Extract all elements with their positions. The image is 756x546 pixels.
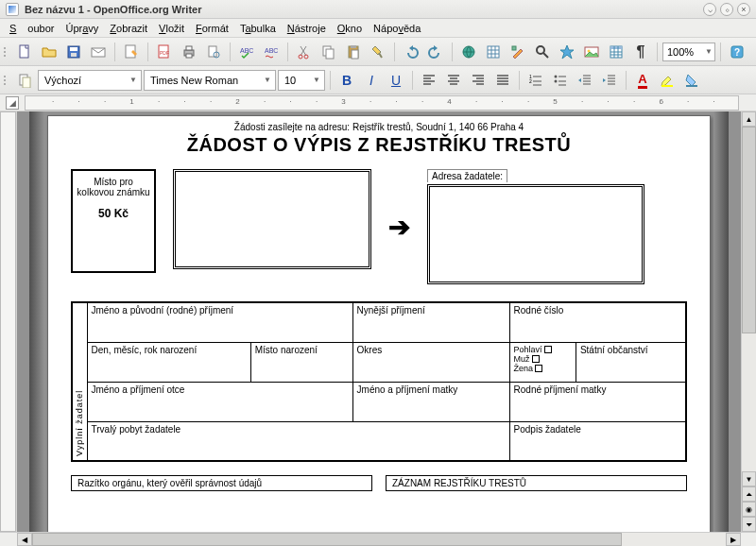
- horizontal-ruler[interactable]: · · · 1 · · · 2 · · · 3 · · · 4 · · · 5 …: [25, 95, 739, 111]
- document-page[interactable]: Žádosti zasílejte na adresu: Rejstřík tr…: [47, 115, 711, 532]
- cut-button[interactable]: [293, 41, 316, 63]
- align-center-button[interactable]: [442, 69, 465, 92]
- menu-okno[interactable]: Okno: [332, 21, 368, 36]
- show-draw-button[interactable]: [507, 41, 529, 63]
- font-size-combo[interactable]: 10 ▼: [278, 70, 325, 91]
- align-right-button[interactable]: [467, 69, 490, 92]
- find-button[interactable]: [531, 41, 554, 63]
- svg-rect-40: [686, 85, 697, 87]
- toolbar-handle[interactable]: [4, 71, 9, 90]
- document-canvas[interactable]: Žádosti zasílejte na adresu: Rejstřík tr…: [17, 111, 741, 532]
- bullet-list-button[interactable]: [549, 69, 572, 92]
- autospellcheck-button[interactable]: ABC: [260, 41, 283, 63]
- font-color-button[interactable]: A: [631, 69, 654, 92]
- stamp-price: 50 Kč: [77, 207, 150, 220]
- undo-button[interactable]: [400, 41, 422, 63]
- cell-birth-number: Rodné číslo: [509, 302, 686, 342]
- maximize-button[interactable]: ⬦: [720, 3, 733, 16]
- copy-button[interactable]: [318, 41, 340, 63]
- svg-text:2: 2: [529, 78, 532, 84]
- spellcheck-button[interactable]: ABC: [235, 41, 258, 63]
- align-left-button[interactable]: [418, 69, 440, 92]
- scroll-left-button[interactable]: ◀: [17, 533, 32, 546]
- font-name-combo[interactable]: Times New Roman ▼: [144, 70, 276, 91]
- preview-button[interactable]: [202, 41, 225, 63]
- doc-send-to: Žádosti zasílejte na adresu: Rejstřík tr…: [71, 122, 687, 132]
- minimize-button[interactable]: ⌵: [703, 3, 716, 16]
- hyperlink-button[interactable]: [457, 41, 480, 63]
- cell-mother-maiden: Rodné příjmení matky: [509, 382, 686, 421]
- chevron-down-icon: ▼: [126, 76, 137, 84]
- svg-rect-10: [186, 54, 192, 58]
- svg-point-38: [555, 79, 558, 82]
- export-pdf-button[interactable]: PDF: [153, 41, 176, 63]
- open-button[interactable]: [38, 41, 60, 63]
- svg-point-37: [555, 75, 558, 77]
- print-button[interactable]: [178, 41, 200, 63]
- bold-button[interactable]: B: [335, 69, 358, 92]
- vertical-label: Vyplní žadatel: [72, 302, 87, 461]
- paste-button[interactable]: [342, 41, 365, 63]
- numbered-list-button[interactable]: 12: [524, 69, 547, 92]
- svg-text:ABC: ABC: [240, 47, 253, 54]
- hscroll-track[interactable]: [32, 533, 726, 546]
- vertical-ruler[interactable]: [0, 111, 17, 532]
- zoom-combo[interactable]: 100% ▼: [662, 43, 715, 61]
- highlight-button[interactable]: [656, 69, 679, 92]
- toolbar-handle[interactable]: [4, 43, 9, 61]
- underline-button[interactable]: U: [385, 69, 407, 92]
- email-button[interactable]: [87, 41, 110, 63]
- background-color-button[interactable]: [680, 69, 703, 92]
- hscroll-thumb[interactable]: [32, 533, 622, 546]
- chevron-down-icon: ▼: [309, 76, 320, 84]
- svg-rect-24: [512, 46, 516, 50]
- chevron-down-icon: ▼: [705, 47, 713, 56]
- help-button[interactable]: ?: [726, 41, 748, 63]
- edit-doc-button[interactable]: [120, 41, 143, 63]
- increase-indent-button[interactable]: [598, 69, 621, 92]
- address-box: [427, 184, 644, 284]
- next-page-button[interactable]: ⏷: [742, 517, 756, 532]
- prev-page-button[interactable]: ⏶: [742, 486, 756, 502]
- align-justify-button[interactable]: [491, 69, 514, 92]
- horizontal-scrollbar[interactable]: ◀ ▶: [17, 533, 741, 546]
- table-button[interactable]: [482, 41, 505, 63]
- gallery-button[interactable]: [580, 41, 603, 63]
- menu-nastroje[interactable]: Nástroje: [282, 21, 332, 36]
- address-label: Adresa žadatele:: [427, 169, 507, 182]
- save-button[interactable]: [62, 41, 85, 63]
- paragraph-style-value: Výchozí: [44, 75, 81, 86]
- scroll-down-button[interactable]: ▼: [742, 471, 756, 486]
- menu-zobrazit[interactable]: Zobrazit: [104, 21, 153, 36]
- menu-tabulka[interactable]: Tabulka: [234, 21, 282, 36]
- nonprinting-button[interactable]: ¶: [629, 41, 652, 63]
- scroll-up-button[interactable]: ▲: [742, 111, 756, 127]
- redo-button[interactable]: [424, 41, 447, 63]
- datasources-button[interactable]: [605, 41, 627, 63]
- nav-button[interactable]: ◉: [742, 502, 756, 517]
- scroll-track[interactable]: [742, 127, 756, 471]
- scroll-right-button[interactable]: ▶: [726, 533, 741, 546]
- format-paintbrush-button[interactable]: [367, 41, 389, 63]
- menu-vlozit[interactable]: Vložit: [153, 21, 190, 36]
- styles-button[interactable]: [13, 69, 36, 92]
- standard-toolbar: PDF ABC ABC ¶ 100% ▼ ?: [0, 38, 756, 66]
- menu-soubor[interactable]: Soubor: [4, 21, 60, 36]
- svg-text:ABC: ABC: [265, 47, 278, 54]
- menu-upravy[interactable]: Úpravy: [60, 21, 104, 36]
- vertical-scrollbar[interactable]: ▲ ▼ ⏶ ◉ ⏷: [741, 111, 756, 532]
- ruler-corner[interactable]: ◢: [6, 96, 19, 110]
- decrease-indent-button[interactable]: [574, 69, 596, 92]
- menu-format[interactable]: Formát: [190, 21, 234, 36]
- cell-signature: Podpis žadatele: [509, 421, 686, 461]
- form-table: Vyplní žadatel Jméno a původní (rodné) p…: [71, 301, 687, 462]
- italic-button[interactable]: I: [360, 69, 383, 92]
- svg-rect-3: [71, 53, 77, 57]
- paragraph-style-combo[interactable]: Výchozí ▼: [38, 70, 142, 91]
- new-doc-button[interactable]: [13, 41, 36, 63]
- scroll-thumb[interactable]: [742, 127, 756, 333]
- close-button[interactable]: ×: [737, 3, 750, 16]
- titlebar: Bez názvu 1 - OpenOffice.org Writer ⌵ ⬦ …: [0, 0, 756, 19]
- navigator-button[interactable]: [556, 41, 578, 63]
- menu-napoveda[interactable]: Nápověda: [368, 21, 426, 36]
